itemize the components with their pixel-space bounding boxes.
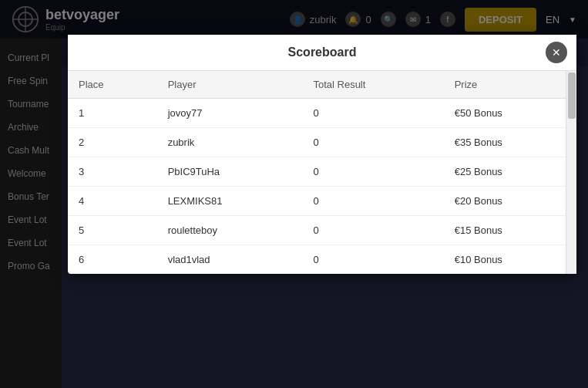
cell-prize: €15 Bonus [444,216,576,245]
cell-place: 3 [68,157,157,187]
table-row: 1 jovoy77 0 €50 Bonus [68,99,576,128]
cell-prize: €20 Bonus [444,187,576,216]
table-row: 6 vlad1vlad 0 €10 Bonus [68,245,576,275]
scoreboard-table: Place Player Total Result Prize 1 jovoy7… [68,71,576,274]
table-row: 2 zubrik 0 €35 Bonus [68,128,576,157]
cell-place: 2 [68,128,157,157]
modal-body: Place Player Total Result Prize 1 jovoy7… [68,71,576,274]
table-row: 5 rouletteboy 0 €15 Bonus [68,216,576,245]
scrollbar-track[interactable] [566,71,576,274]
table-header: Place Player Total Result Prize [68,71,576,99]
cell-prize: €50 Bonus [444,99,576,128]
cell-prize: €25 Bonus [444,157,576,187]
modal-header: Scoreboard ✕ [68,35,576,71]
cell-total-result: 0 [302,187,443,216]
cell-prize: €35 Bonus [444,128,576,157]
table-row: 4 LEXMIKS81 0 €20 Bonus [68,187,576,216]
cell-place: 1 [68,99,157,128]
table-body: 1 jovoy77 0 €50 Bonus 2 zubrik 0 €35 Bon… [68,99,576,275]
table-header-row: Place Player Total Result Prize [68,71,576,99]
scoreboard-modal: Scoreboard ✕ Place Player Total Result P… [68,35,576,274]
cell-total-result: 0 [302,216,443,245]
cell-player: zubrik [157,128,303,157]
cell-place: 5 [68,216,157,245]
modal-title: Scoreboard [288,46,357,59]
cell-place: 4 [68,187,157,216]
col-player: Player [157,71,303,99]
cell-total-result: 0 [302,99,443,128]
cell-player: jovoy77 [157,99,303,128]
cell-total-result: 0 [302,245,443,275]
cell-player: LEXMIKS81 [157,187,303,216]
cell-player: vlad1vlad [157,245,303,275]
col-total-result: Total Result [302,71,443,99]
cell-place: 6 [68,245,157,275]
table-row: 3 PbIC9TuHa 0 €25 Bonus [68,157,576,187]
col-prize: Prize [444,71,576,99]
modal-close-button[interactable]: ✕ [546,42,567,63]
cell-total-result: 0 [302,157,443,187]
cell-total-result: 0 [302,128,443,157]
cell-player: PbIC9TuHa [157,157,303,187]
cell-prize: €10 Bonus [444,245,576,275]
col-place: Place [68,71,157,99]
cell-player: rouletteboy [157,216,303,245]
scrollbar-thumb[interactable] [568,73,576,119]
